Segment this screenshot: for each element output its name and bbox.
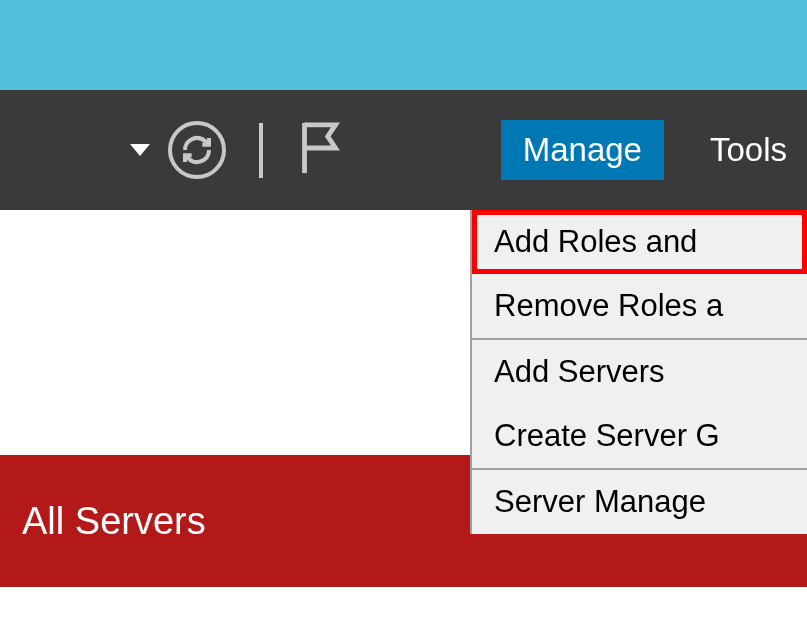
toolbar-left-group (0, 119, 344, 181)
menu-item-add-servers[interactable]: Add Servers (472, 340, 807, 404)
refresh-icon (181, 134, 213, 166)
menu-item-add-roles[interactable]: Add Roles and (472, 210, 807, 274)
refresh-button[interactable] (168, 121, 226, 179)
manage-menu[interactable]: Manage (501, 120, 664, 180)
tools-menu[interactable]: Tools (688, 120, 807, 180)
dropdown-arrow-icon[interactable] (130, 144, 150, 156)
menu-item-create-server-group[interactable]: Create Server G (472, 404, 807, 468)
title-bar (0, 0, 807, 90)
manage-dropdown-menu: Add Roles and Remove Roles a Add Servers… (470, 210, 807, 534)
toolbar-divider (259, 123, 263, 178)
all-servers-label: All Servers (22, 500, 206, 543)
menu-item-remove-roles[interactable]: Remove Roles a (472, 274, 807, 340)
notifications-flag-button[interactable] (296, 119, 344, 181)
menu-bar: Manage Tools (501, 90, 807, 210)
toolbar: Manage Tools (0, 90, 807, 210)
flag-icon (296, 119, 344, 177)
menu-item-server-manager[interactable]: Server Manage (472, 470, 807, 534)
